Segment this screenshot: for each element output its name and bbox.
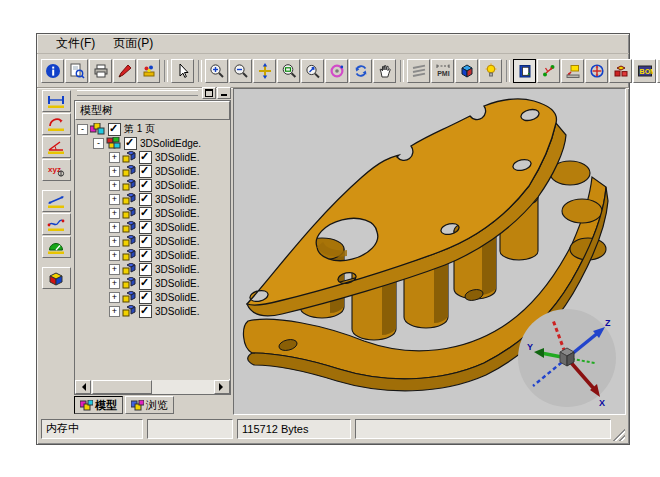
move-part-button[interactable] [561, 59, 584, 83]
tree-item-label[interactable]: 第 1 页 [124, 122, 155, 136]
checkbox[interactable] [139, 235, 152, 248]
solid-volume-button[interactable] [42, 267, 71, 289]
checkbox[interactable] [139, 277, 152, 290]
tree-item-part[interactable]: +3DSolidE. [77, 220, 230, 234]
expander-icon[interactable]: + [109, 292, 120, 303]
tree-horizontal-scrollbar[interactable] [75, 380, 230, 394]
explode-button[interactable] [609, 59, 632, 83]
panel-float-button[interactable] [202, 87, 216, 99]
tree-item-label[interactable]: 3DSolidE. [155, 166, 199, 177]
expander-icon[interactable]: + [109, 250, 120, 261]
refresh-button[interactable] [349, 59, 372, 83]
tree-item-part[interactable]: +3DSolidE. [77, 206, 230, 220]
tree-item-label[interactable]: 3DSolidE. [155, 194, 199, 205]
resize-grip[interactable] [613, 429, 625, 441]
expander-icon[interactable]: - [93, 138, 104, 149]
tree-item-part[interactable]: +3DSolidE. [77, 150, 230, 164]
pan-cross-button[interactable] [253, 59, 276, 83]
tree-item-part[interactable]: +3DSolidE. [77, 290, 230, 304]
tree-item-label[interactable]: 3DSolidE. [155, 180, 199, 191]
select-button[interactable] [171, 59, 194, 83]
light-button[interactable] [479, 59, 502, 83]
measure-radius-button[interactable] [42, 113, 71, 135]
checkbox[interactable] [139, 207, 152, 220]
tree-item-label[interactable]: 3DSolidE. [155, 292, 199, 303]
menu-page[interactable]: 页面(P) [104, 33, 162, 54]
orbit-button[interactable] [585, 59, 608, 83]
panel-titlebar[interactable] [74, 88, 231, 98]
orientation-widget[interactable]: Z Y X [515, 306, 619, 410]
bom-button[interactable]: BOM [633, 59, 656, 83]
tree-item-label[interactable]: 3DSolidE. [155, 236, 199, 247]
checkbox[interactable] [139, 221, 152, 234]
checkbox[interactable] [108, 123, 121, 136]
tree-item-label[interactable]: 3DSolidE. [155, 306, 199, 317]
tree-item-assembly[interactable]: - 3DSolidEdge. [77, 136, 230, 150]
notebook-button[interactable] [513, 59, 536, 83]
tree-item-part[interactable]: +3DSolidE. [77, 248, 230, 262]
zoom-out-button[interactable] [229, 59, 252, 83]
checkbox[interactable] [139, 179, 152, 192]
tree-item-label[interactable]: 3DSolidEdge. [140, 138, 201, 149]
layers-button[interactable] [407, 59, 430, 83]
print-button[interactable] [89, 59, 112, 83]
expander-icon[interactable]: + [109, 264, 120, 275]
tree-item-part[interactable]: +3DSolidE. [77, 276, 230, 290]
info-button[interactable] [41, 59, 64, 83]
gauge-button[interactable] [42, 236, 71, 258]
expander-icon[interactable]: + [109, 208, 120, 219]
zoom-window-button[interactable] [277, 59, 300, 83]
tree-item-part[interactable]: +3DSolidE. [77, 262, 230, 276]
checkbox[interactable] [139, 165, 152, 178]
expander-icon[interactable]: + [109, 278, 120, 289]
view-cube-button[interactable] [455, 59, 478, 83]
measure-length-button[interactable] [42, 90, 71, 112]
tree-item-part[interactable]: +3DSolidE. [77, 234, 230, 248]
scroll-left-button[interactable] [75, 380, 91, 394]
tree-item-part[interactable]: +3DSolidE. [77, 178, 230, 192]
model-tree[interactable]: - 第 1 页 - 3DSolidEdge. +3DSolidE. +3DSol… [75, 120, 230, 379]
assembly-nav-button[interactable] [537, 59, 560, 83]
open-document-button[interactable] [65, 59, 88, 83]
menu-file[interactable]: 文件(F) [47, 33, 104, 54]
tree-item-page[interactable]: - 第 1 页 [77, 122, 230, 136]
scrollbar-thumb[interactable] [92, 380, 152, 394]
rotate-view-button[interactable] [325, 59, 348, 83]
checkbox[interactable] [139, 291, 152, 304]
measure-curve-button[interactable] [42, 213, 71, 235]
zoom-in-button[interactable] [205, 59, 228, 83]
tree-item-label[interactable]: 3DSolidE. [155, 278, 199, 289]
annotate-button[interactable] [113, 59, 136, 83]
tree-item-part[interactable]: +3DSolidE. [77, 304, 230, 318]
tree-item-label[interactable]: 3DSolidE. [155, 222, 199, 233]
checkbox[interactable] [139, 249, 152, 262]
tree-item-label[interactable]: 3DSolidE. [155, 208, 199, 219]
tree-item-label[interactable]: 3DSolidE. [155, 264, 199, 275]
expander-icon[interactable]: + [109, 180, 120, 191]
expander-icon[interactable]: + [109, 222, 120, 233]
expander-icon[interactable]: + [109, 306, 120, 317]
tree-item-label[interactable]: 3DSolidE. [155, 250, 199, 261]
expander-icon[interactable]: + [109, 194, 120, 205]
expander-icon[interactable]: + [109, 236, 120, 247]
panel-gripper-icon[interactable] [77, 90, 198, 96]
zoom-dynamic-button[interactable] [301, 59, 324, 83]
tree-item-label[interactable]: 3DSolidE. [155, 152, 199, 163]
stamp-color-button[interactable] [137, 59, 160, 83]
viewport-3d[interactable]: Z Y X [233, 88, 626, 415]
panel-hide-button[interactable] [217, 87, 231, 99]
expander-icon[interactable]: + [109, 152, 120, 163]
expander-icon[interactable]: + [109, 166, 120, 177]
coordinate-xyz-button[interactable]: xyz [42, 159, 71, 181]
measure-angle-button[interactable] [42, 136, 71, 158]
tree-item-part[interactable]: +3DSolidE. [77, 192, 230, 206]
pan-hand-button[interactable] [373, 59, 396, 83]
expander-icon[interactable]: - [77, 124, 88, 135]
checkbox[interactable] [139, 263, 152, 276]
measure-distance-button[interactable] [42, 190, 71, 212]
checkbox[interactable] [124, 137, 137, 150]
tab-model[interactable]: 模型 [74, 396, 123, 414]
tab-browse[interactable]: 浏览 [125, 396, 174, 414]
checkbox[interactable] [139, 151, 152, 164]
checkbox[interactable] [139, 305, 152, 318]
